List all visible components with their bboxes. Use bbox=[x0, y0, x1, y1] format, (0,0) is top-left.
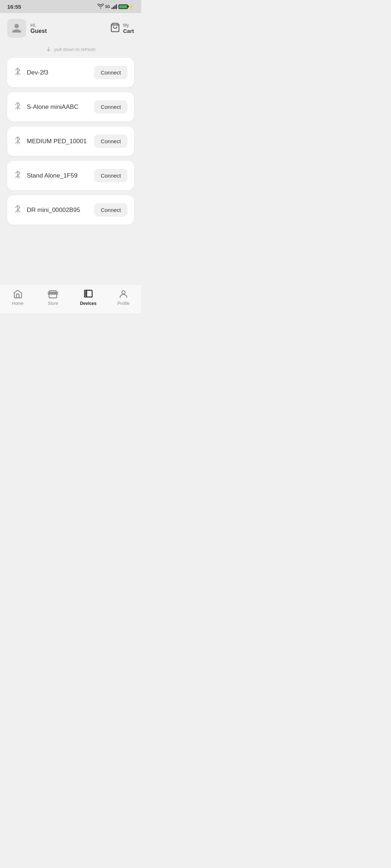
nav-item-store[interactable]: Store bbox=[40, 289, 66, 306]
user-name: Guest bbox=[30, 28, 47, 34]
avatar bbox=[7, 19, 26, 38]
home-nav-label: Home bbox=[12, 301, 24, 306]
device-card: Dev-2f3 Connect bbox=[7, 58, 134, 87]
cart-text: Cart bbox=[123, 28, 134, 34]
svg-point-10 bbox=[122, 291, 125, 294]
bottom-nav: Home Store Devices Profile bbox=[0, 284, 141, 313]
cart-label: My Cart bbox=[123, 23, 134, 34]
store-nav-label: Store bbox=[48, 301, 58, 306]
device-info: MEDIUM PED_10001 bbox=[14, 136, 87, 147]
connect-button[interactable]: Connect bbox=[94, 135, 127, 148]
user-info: Hi, Guest bbox=[7, 19, 47, 38]
device-name: Stand Alone_1F59 bbox=[27, 172, 77, 179]
connect-button[interactable]: Connect bbox=[94, 169, 127, 182]
cart-my-text: My bbox=[123, 23, 134, 28]
charging-icon: ⚡ bbox=[129, 4, 134, 9]
device-card: DR mini_00002B95 Connect bbox=[7, 195, 134, 225]
nav-item-profile[interactable]: Profile bbox=[111, 289, 136, 306]
device-card: S-Alone miniAABC Connect bbox=[7, 92, 134, 122]
status-bar: 16:55 5G ⚡ bbox=[0, 0, 141, 13]
devices-nav-icon bbox=[83, 289, 93, 299]
device-name: DR mini_00002B95 bbox=[27, 207, 80, 214]
device-name: MEDIUM PED_10001 bbox=[27, 138, 87, 145]
device-name: S-Alone miniAABC bbox=[27, 103, 79, 111]
pull-refresh-label: pull down to refresh bbox=[54, 47, 95, 52]
pull-to-refresh: pull down to refresh bbox=[0, 43, 141, 58]
user-text: Hi, Guest bbox=[30, 22, 47, 34]
pull-down-arrow-icon bbox=[46, 46, 51, 52]
cart-icon bbox=[110, 22, 120, 34]
home-nav-icon bbox=[13, 289, 23, 299]
store-nav-icon bbox=[48, 289, 58, 299]
hi-label: Hi, bbox=[30, 22, 47, 28]
profile-nav-label: Profile bbox=[117, 301, 130, 306]
svg-rect-8 bbox=[85, 291, 86, 296]
status-icons: 5G ⚡ bbox=[97, 4, 134, 10]
nav-item-devices[interactable]: Devices bbox=[76, 289, 101, 306]
device-card: Stand Alone_1F59 Connect bbox=[7, 161, 134, 190]
wifi-icon bbox=[97, 4, 104, 10]
device-info: Stand Alone_1F59 bbox=[14, 170, 77, 181]
nav-item-home[interactable]: Home bbox=[5, 289, 30, 306]
battery-indicator: ⚡ bbox=[118, 4, 134, 9]
bluetooth-icon bbox=[14, 170, 22, 181]
devices-nav-label: Devices bbox=[80, 301, 96, 306]
header: Hi, Guest My Cart bbox=[0, 13, 141, 43]
status-time: 16:55 bbox=[7, 4, 21, 10]
device-card: MEDIUM PED_10001 Connect bbox=[7, 127, 134, 156]
cart-button[interactable]: My Cart bbox=[110, 22, 134, 34]
bluetooth-icon bbox=[14, 136, 22, 147]
device-name: Dev-2f3 bbox=[27, 69, 49, 76]
device-info: Dev-2f3 bbox=[14, 67, 49, 78]
connect-button[interactable]: Connect bbox=[94, 66, 127, 79]
bluetooth-icon bbox=[14, 102, 22, 112]
device-list: Dev-2f3 Connect S-Alone miniAABC Connect… bbox=[0, 58, 141, 225]
5g-icon: 5G bbox=[105, 5, 110, 9]
bluetooth-icon bbox=[14, 67, 22, 78]
device-info: S-Alone miniAABC bbox=[14, 102, 79, 112]
connect-button[interactable]: Connect bbox=[94, 100, 127, 114]
device-info: DR mini_00002B95 bbox=[14, 205, 80, 216]
bluetooth-icon bbox=[14, 205, 22, 216]
profile-nav-icon bbox=[118, 289, 129, 299]
connect-button[interactable]: Connect bbox=[94, 203, 127, 217]
signal-bars bbox=[112, 4, 117, 9]
